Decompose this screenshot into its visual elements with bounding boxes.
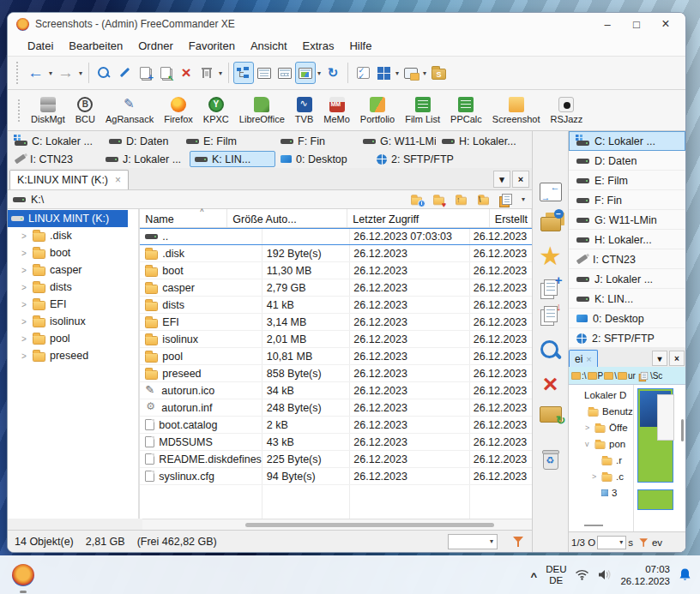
toolbar-grip[interactable] <box>17 99 21 122</box>
drive-tab[interactable]: 2: SFTP/FTP <box>371 151 459 167</box>
tree-item[interactable]: > isolinux <box>8 313 138 330</box>
file-row[interactable]: syslinux.cfg 94 Byte(s) 26.12.2023 26.12… <box>140 468 532 485</box>
mini-tree-item[interactable]: 3 <box>569 484 633 501</box>
file-row[interactable]: MD5SUMS 43 kB 26.12.2023 26.12.2023 <box>140 434 532 451</box>
menu-item[interactable]: Extras <box>295 38 342 54</box>
column-header[interactable]: Name^ <box>140 209 227 227</box>
path-dropdown[interactable]: ▾ <box>520 195 527 203</box>
current-path[interactable]: K:\ <box>31 194 403 206</box>
chevron-right-icon[interactable]: > <box>20 283 28 292</box>
mini-tree-item[interactable]: v pon <box>569 435 633 452</box>
copy-button[interactable] <box>135 62 155 84</box>
launcher-button[interactable]: TVB <box>290 95 318 126</box>
tree-view-button[interactable] <box>233 62 254 84</box>
launcher-button[interactable]: MeMo <box>318 95 355 126</box>
mini-tab-close-icon[interactable]: × <box>586 354 591 364</box>
launcher-button[interactable]: PPCalc <box>445 95 487 126</box>
mini-tree-item[interactable]: > .c <box>569 468 633 484</box>
list-view-button[interactable] <box>254 62 275 84</box>
quick-view-button[interactable] <box>373 62 394 84</box>
tree-item[interactable]: > pool <box>8 330 138 347</box>
chevron-right-icon[interactable]: > <box>20 231 28 241</box>
recycle-bin-icon[interactable] <box>543 452 558 470</box>
tree-item[interactable]: > EFI <box>8 296 138 313</box>
folder-tab-active[interactable]: K:LINUX MINT (K:) × <box>9 170 129 189</box>
swap-panels-button[interactable] <box>540 183 562 201</box>
folder-tab-close-icon[interactable]: × <box>115 174 121 186</box>
speaker-icon[interactable] <box>598 569 612 580</box>
chevron-right-icon[interactable]: > <box>20 317 28 327</box>
copy-path-button[interactable] <box>498 192 515 207</box>
launcher-button[interactable]: LibreOffice <box>234 95 290 126</box>
chevron-right-icon[interactable]: > <box>20 351 28 361</box>
chevron-right-icon[interactable]: > <box>20 300 28 309</box>
file-row[interactable]: .disk 192 Byte(s) 26.12.2023 26.12.2023 <box>140 245 532 262</box>
drive-tab[interactable]: I: CTN23 <box>9 151 100 167</box>
mini-tree-item[interactable]: > Öffe <box>569 419 633 435</box>
device-dropdown[interactable]: ▾ <box>421 69 428 77</box>
edit-button[interactable] <box>114 62 135 84</box>
right-drive-item[interactable]: K: LIN... <box>569 289 685 309</box>
drive-tab[interactable]: G: W11-LMin <box>358 133 437 149</box>
screenshot-thumbnail[interactable] <box>637 489 673 510</box>
menu-item[interactable]: Datei <box>20 38 61 54</box>
right-drive-item[interactable]: J: Lokaler ... <box>569 269 685 289</box>
file-row[interactable]: boot 11,30 MB 26.12.2023 26.12.2023 <box>140 262 532 279</box>
splitter-handle[interactable] <box>584 525 603 526</box>
drive-tab[interactable]: D: Daten <box>104 133 181 149</box>
drive-tab[interactable]: J: Lokaler ... <box>100 151 190 167</box>
chevron-right-icon[interactable]: > <box>20 266 28 275</box>
go-up-button[interactable]: ↑ <box>453 192 470 207</box>
language-indicator[interactable]: DEU DE <box>546 564 566 586</box>
drive-tab[interactable]: F: Fin <box>275 133 358 149</box>
menu-item[interactable]: Hilfe <box>341 38 379 54</box>
file-row[interactable]: autorun.inf 248 Byte(s) 26.12.2023 26.12… <box>140 399 532 417</box>
filter-funnel-icon[interactable] <box>513 536 525 548</box>
mini-tab-close-button[interactable]: × <box>669 351 685 366</box>
menu-item[interactable]: Ansicht <box>243 38 295 54</box>
toolbar-grip[interactable] <box>15 62 20 84</box>
right-drive-item[interactable]: 2: SFTP/FTP <box>569 328 685 348</box>
right-drive-item[interactable]: I: CTN23 <box>569 249 685 269</box>
mini-tab-active[interactable]: ei × <box>569 350 598 367</box>
column-header[interactable]: Erstellt <box>490 209 532 227</box>
chevron-icon[interactable]: > <box>592 472 598 481</box>
wifi-icon[interactable] <box>575 569 589 580</box>
drive-tab[interactable]: K: LIN... <box>190 151 275 167</box>
history-button[interactable] <box>408 192 425 207</box>
tree-root[interactable]: LINUX MINT (K:) <box>8 210 128 227</box>
move-down-button[interactable] <box>544 306 558 322</box>
mini-filter-funnel-icon[interactable] <box>639 537 649 547</box>
thumbnail-view-button[interactable] <box>295 62 316 84</box>
launcher-button[interactable]: RSJazz <box>545 95 588 126</box>
drive-tab[interactable]: H: Lokaler... <box>437 133 522 149</box>
file-row[interactable]: README.diskdefines 225 Byte(s) 26.12.202… <box>140 451 532 468</box>
launcher-button[interactable]: Film List <box>400 95 445 126</box>
tree-item[interactable]: > boot <box>8 244 138 261</box>
column-header[interactable]: Letzter Zugriff <box>347 209 489 227</box>
forward-dropdown[interactable]: ▾ <box>77 69 84 77</box>
back-dropdown[interactable]: ▾ <box>47 69 54 77</box>
launcher-button[interactable]: DiskMgt <box>26 95 70 126</box>
sync-folders-button[interactable] <box>540 406 562 423</box>
chevron-icon[interactable]: v <box>585 440 591 448</box>
favorites-button[interactable]: ♥ <box>431 192 448 207</box>
launcher-button[interactable]: Y KPXC <box>198 95 234 126</box>
tree-item[interactable]: > casper <box>8 261 138 279</box>
chevron-right-icon[interactable]: > <box>20 334 28 344</box>
launcher-button[interactable]: AgRansack <box>100 95 159 126</box>
settings-folder-button[interactable]: S <box>428 62 450 84</box>
menu-item[interactable]: Ordner <box>130 38 180 54</box>
details-view-button[interactable] <box>275 62 295 84</box>
file-row[interactable]: boot.catalog 2 kB 26.12.2023 26.12.2023 <box>140 417 532 434</box>
tab-close-button[interactable]: × <box>512 171 529 188</box>
launcher-button[interactable]: Screenshot <box>487 95 546 126</box>
filter-combo[interactable]: ▾ <box>448 534 498 549</box>
right-drive-item[interactable]: G: W11-LMin <box>569 210 685 230</box>
maximize-button[interactable]: □ <box>622 15 651 33</box>
drive-tab[interactable]: 0: Desktop <box>275 151 371 167</box>
tree-item[interactable]: > dists <box>8 279 138 296</box>
file-row[interactable]: preseed 858 Byte(s) 26.12.2023 26.12.202… <box>140 365 532 382</box>
file-row[interactable]: EFI 3,14 MB 26.12.2023 26.12.2023 <box>140 314 532 331</box>
minimize-button[interactable]: – <box>593 15 622 33</box>
